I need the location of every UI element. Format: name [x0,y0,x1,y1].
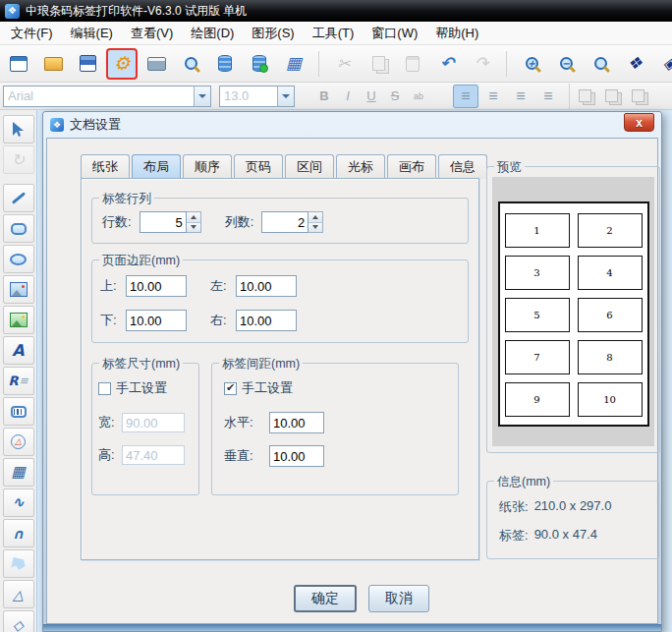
window-title: 中琅条码标签打印软件-V6.3.0 试用版 单机 [26,3,247,20]
tab-page-number[interactable]: 页码 [234,154,283,179]
menu-draw[interactable]: 绘图(D) [182,23,243,44]
group-title: 预览 [494,159,525,176]
menu-shape[interactable]: 图形(S) [243,23,303,44]
picture-tool-button[interactable] [3,306,34,334]
print-button[interactable] [142,50,170,78]
label-size-value: 90.0 x 47.4 [534,527,597,545]
database-button[interactable] [211,50,239,78]
tab-range[interactable]: 区间 [285,154,334,179]
image-tool-button[interactable] [3,275,34,304]
undo-button[interactable]: ↶ [433,50,461,78]
document-setup-icon: ⚙ [113,54,130,73]
tab-info[interactable]: 信息 [438,154,487,179]
gap-vertical-input[interactable] [269,445,324,467]
triangle-tool-button[interactable]: △ [3,580,34,608]
arc-tool-button[interactable]: ∩ [3,519,34,547]
triangle-tool-icon: △ [13,588,24,602]
ok-button[interactable]: 确定 [294,585,357,612]
preview-area: 12345678910 [492,177,654,446]
rounded-rect-tool-icon [11,223,27,235]
cols-input[interactable] [261,211,308,233]
database-connected-button[interactable] [246,50,273,78]
database-icon [218,55,232,72]
align-justify-button[interactable]: ≡ [536,86,560,107]
margin-left-input[interactable] [236,275,297,297]
align-left-button[interactable]: ≡ [454,86,477,107]
save-button[interactable] [74,50,101,78]
preview-label-cell: 8 [578,340,643,374]
shape-tool-button[interactable] [3,428,34,456]
rows-input[interactable] [140,211,187,233]
line-tool-icon [11,192,25,204]
fit-window-button[interactable]: ❖ [621,50,648,78]
app-logo-icon: ❖ [5,4,20,19]
rotate-tool-icon: ↻ [12,152,25,168]
line-tool-button[interactable] [3,184,34,212]
cancel-button[interactable]: 取消 [368,585,429,612]
menu-tools[interactable]: 工具(T) [304,23,364,44]
menu-view[interactable]: 查看(V) [122,23,182,44]
menu-edit[interactable]: 编辑(E) [62,23,122,44]
strikethrough-button: S [383,86,407,107]
grid-button[interactable]: ▦ [280,50,308,78]
rich-text-tool-button[interactable] [3,367,34,395]
diamond-tool-button[interactable]: ◇ [3,610,34,632]
font-family-select[interactable]: Arial [3,86,211,107]
diamond-tool-icon: ◇ [13,618,24,632]
barcode-tool-button[interactable] [3,397,34,426]
manual-set-label: 手工设置 [242,379,293,397]
chevron-down-icon[interactable] [277,86,294,106]
cols-stepper[interactable] [308,211,323,233]
open-button[interactable] [39,50,67,78]
label-height-label: 高: [98,446,122,464]
copy-icon [372,56,385,71]
margin-top-input[interactable] [126,275,187,297]
ellipse-tool-button[interactable] [3,245,34,273]
new-document-button[interactable] [5,50,32,78]
close-button[interactable]: x [624,113,654,132]
rows-stepper[interactable] [187,211,201,233]
shape-tool-icon [11,434,26,449]
print-preview-button[interactable] [177,50,204,78]
font-size-select[interactable]: 13.0 [219,86,295,107]
qrcode-tool-icon: ▦ [11,465,25,480]
qrcode-tool-button[interactable]: ▦ [3,458,34,487]
tab-canvas[interactable]: 画布 [387,154,436,179]
rounded-rect-tool-button[interactable] [3,214,34,243]
label-size-manual-checkbox[interactable] [98,382,111,395]
align-right-button[interactable]: ≡ [509,86,532,107]
menu-window[interactable]: 窗口(W) [363,23,426,44]
preview-label-cell: 2 [578,213,643,248]
fit-selection-button[interactable]: ◈ [655,50,672,78]
preview-label-cell: 9 [505,382,570,417]
menu-help[interactable]: 帮助(H) [426,23,487,44]
preview-label-cell: 10 [578,382,643,417]
zoom-find-button[interactable] [587,50,614,78]
info-group: 信息(mm) 纸张: 210.0 x 297.0 标签: 90.0 x 47.4 [486,481,659,559]
menu-file[interactable]: 文件(F) [2,23,62,44]
margin-bottom-label: 下: [100,312,126,329]
label-gap-manual-checkbox[interactable] [224,382,237,395]
zoom-in-button[interactable] [518,50,545,78]
dialog-titlebar[interactable]: ❖ 文档设置 [43,112,661,138]
text-tool-button[interactable]: A [3,336,34,365]
select-tool-icon [13,122,24,137]
polygon-tool-button[interactable] [3,549,34,578]
tab-cursor[interactable]: 光标 [336,154,385,179]
ellipse-tool-icon [10,254,27,265]
select-tool-button[interactable] [3,115,34,144]
tab-order[interactable]: 顺序 [183,154,232,179]
chevron-down-icon[interactable] [194,86,210,106]
margin-bottom-input[interactable] [126,310,187,331]
label-size-label: 标签: [499,527,529,545]
margin-right-input[interactable] [236,310,297,331]
preview-label-cell: 5 [505,298,570,332]
tab-layout[interactable]: 布局 [132,154,181,179]
document-setup-button[interactable]: ⚙ [108,50,136,78]
align-center-button[interactable]: ≡ [481,86,505,107]
gap-horizontal-input[interactable] [269,412,324,433]
picture-tool-icon [10,313,28,327]
zoom-out-button[interactable] [552,50,580,78]
tab-paper[interactable]: 纸张 [81,154,130,179]
curve-tool-button[interactable]: ∿ [3,488,34,517]
